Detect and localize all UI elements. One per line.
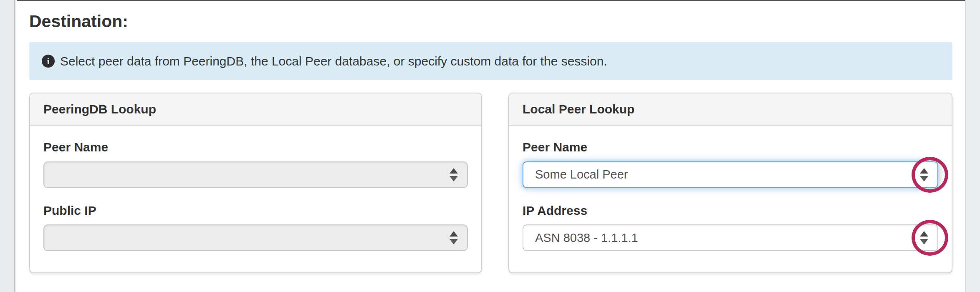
panel-local-peer-lookup: Local Peer Lookup Peer Name Some Local P… xyxy=(508,93,952,273)
info-alert-text: Select peer data from PeeringDB, the Loc… xyxy=(60,54,607,68)
arrow-up-icon xyxy=(450,168,458,174)
peeringdb-public-ip-select xyxy=(43,224,468,251)
arrow-down-icon xyxy=(920,176,928,181)
info-circle-icon: i xyxy=(42,55,55,68)
field-label-peer-name: Peer Name xyxy=(523,140,938,154)
select-arrows-icon xyxy=(920,168,928,181)
field-peeringdb-public-ip: Public IP xyxy=(43,204,468,252)
panel-peeringdb-lookup: PeeringDB Lookup Peer Name xyxy=(29,93,482,273)
section-title: Destination: xyxy=(29,12,952,31)
arrow-up-icon xyxy=(450,231,458,237)
annotation-circle xyxy=(912,220,948,256)
right-gutter xyxy=(965,0,980,292)
select-arrows-icon xyxy=(920,231,928,244)
annotation-circle xyxy=(912,157,948,193)
panel-title-peeringdb: PeeringDB Lookup xyxy=(30,93,481,126)
panel-body-peeringdb: Peer Name Public IP xyxy=(30,126,481,272)
field-local-peer-name: Peer Name Some Local Peer xyxy=(523,140,938,188)
select-arrows-icon xyxy=(450,231,458,244)
destination-section: Destination: i Select peer data from Pee… xyxy=(17,0,965,292)
arrow-down-icon xyxy=(920,239,928,244)
select-value: ASN 8038 - 1.1.1.1 xyxy=(535,231,638,245)
panel-body-local-peer: Peer Name Some Local Peer IP A xyxy=(509,126,952,272)
local-peer-name-select[interactable]: Some Local Peer xyxy=(523,161,938,188)
left-gutter xyxy=(0,0,15,292)
arrow-down-icon xyxy=(450,239,458,244)
arrow-down-icon xyxy=(450,176,458,181)
arrow-up-icon xyxy=(920,231,928,237)
lookup-panels-row: PeeringDB Lookup Peer Name xyxy=(29,93,952,273)
peeringdb-peer-name-select xyxy=(43,161,468,188)
panel-title-local-peer: Local Peer Lookup xyxy=(509,93,952,126)
field-label-peer-name: Peer Name xyxy=(43,140,468,154)
arrow-up-icon xyxy=(920,168,928,174)
field-label-public-ip: Public IP xyxy=(43,204,468,218)
info-alert: i Select peer data from PeeringDB, the L… xyxy=(29,42,952,80)
select-value: Some Local Peer xyxy=(535,168,628,181)
select-arrows-icon xyxy=(450,168,458,181)
field-peeringdb-peer-name: Peer Name xyxy=(43,140,468,188)
local-ip-address-select[interactable]: ASN 8038 - 1.1.1.1 xyxy=(523,224,938,251)
field-local-ip-address: IP Address ASN 8038 - 1.1.1.1 xyxy=(523,204,938,252)
field-label-ip-address: IP Address xyxy=(523,204,938,218)
